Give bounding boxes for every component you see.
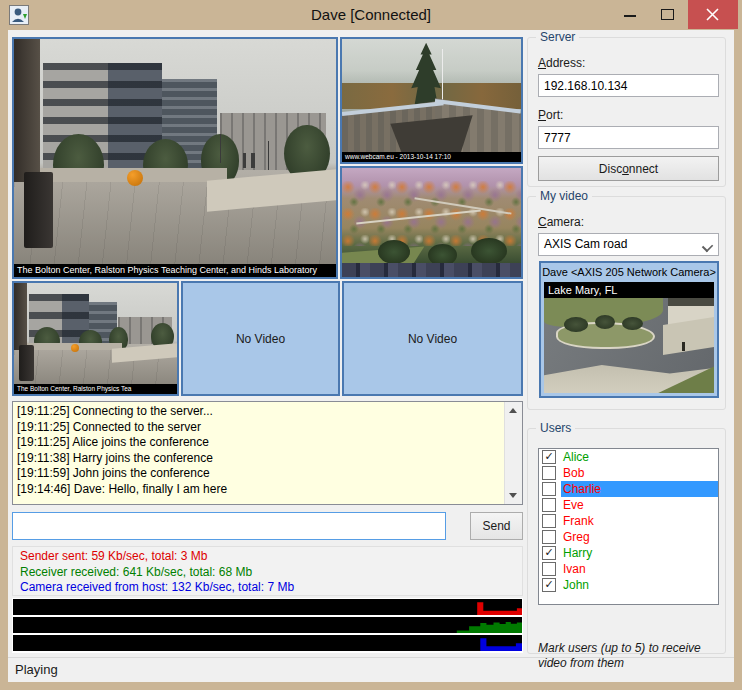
remote-video-rooftop: www.webcam.eu - 2013-10-14 17:10 [342,39,521,162]
user-row[interactable]: Ivan [539,561,718,577]
user-row[interactable]: Frank [539,513,718,529]
chat-message: [19:11:59] John joins the conference [17,466,502,482]
self-video-title: Dave <AXIS 205 Network Camera> [541,263,717,282]
my-video-group: My video Camera: AXIS Cam road Dave <AXI… [527,196,726,410]
chat-message: [19:11:38] Harry joins the conference [17,451,502,467]
user-name[interactable]: John [561,577,718,593]
chevron-down-icon [702,241,713,252]
arrow-up-icon [509,408,517,413]
checkbox-checked-icon[interactable]: ✓ [542,546,556,560]
stat-line: Camera received from host: 132 Kb/sec, t… [20,580,522,596]
video-cell-bottom-left[interactable]: The Bolton Center, Ralston Physics Tea [12,281,179,396]
client-area: The Bolton Center, Ralston Physics Teach… [8,30,734,682]
user-name[interactable]: Eve [561,497,718,513]
minimize-button[interactable] [613,0,648,29]
close-button[interactable] [688,0,738,29]
chat-message: [19:11:25] Alice joins the conference [17,435,502,451]
video-cell-top-right[interactable]: www.webcam.eu - 2013-10-14 17:10 [340,37,523,164]
stats-panel: Sender sent: 59 Kb/sec, total: 3 MbRecei… [12,546,523,596]
port-label: Port: [538,108,563,122]
chat-message: [19:14:46] Dave: Hello, finally I am her… [17,482,502,498]
user-row[interactable]: Bob [539,465,718,481]
chat-messages: [19:11:25] Connecting to the server...[1… [17,404,502,502]
server-group: Server Address: Port: Disconnect [527,37,726,187]
video-caption-rooftop: www.webcam.eu - 2013-10-14 17:10 [342,152,521,162]
no-video-label: No Video [408,332,457,346]
minimize-icon [624,15,636,17]
title-bar[interactable]: Dave [Connected] [0,0,742,30]
user-name[interactable]: Frank [561,513,718,529]
scroll-up-button[interactable] [505,402,522,419]
camera-label: Camera: [538,215,584,229]
no-video-label: No Video [236,332,285,346]
bandwidth-graphs [12,598,523,653]
address-input[interactable] [538,74,719,97]
camera-overlay-text: Lake Mary, FL [544,282,714,298]
disconnect-button[interactable]: Disconnect [538,156,719,181]
disconnect-button-label: Disconnect [599,162,658,176]
user-row[interactable]: ✓Harry [539,545,718,561]
checkbox-unchecked-icon[interactable] [542,466,556,480]
user-name[interactable]: Bob [561,465,718,481]
users-note: Mark users (up to 5) to receive video fr… [538,641,720,671]
checkbox-unchecked-icon[interactable] [542,562,556,576]
camera-received-graph [13,635,522,651]
user-name[interactable]: Harry [561,545,718,561]
server-group-title: Server [536,30,579,44]
maximize-button[interactable] [650,0,685,29]
arrow-down-icon [509,493,517,498]
user-row[interactable]: Eve [539,497,718,513]
self-video-scene [544,298,714,393]
address-label: Address: [538,56,585,70]
send-button-label: Send [482,519,510,533]
remote-video-small: The Bolton Center, Ralston Physics Tea [14,283,177,394]
checkbox-unchecked-icon[interactable] [542,514,556,528]
self-video-frame: Lake Mary, FL [544,282,714,393]
stat-line: Sender sent: 59 Kb/sec, total: 3 Mb [20,549,522,565]
status-text: Playing [15,662,58,677]
checkbox-unchecked-icon[interactable] [542,498,556,512]
video-cell-empty-1[interactable]: No Video [181,281,340,396]
chat-scrollbar[interactable] [504,402,522,504]
user-row[interactable]: Charlie [539,481,718,497]
chat-message: [19:11:25] Connecting to the server... [17,404,502,420]
remote-video-main: The Bolton Center, Ralston Physics Teach… [14,39,336,277]
sender-sent-graph [13,599,522,615]
user-name[interactable]: Ivan [561,561,718,577]
send-button[interactable]: Send [470,512,523,540]
receiver-received-graph [13,617,522,633]
maximize-icon [661,9,674,20]
user-name[interactable]: Charlie [561,481,718,497]
message-input[interactable] [12,512,446,540]
port-input[interactable] [538,126,719,149]
users-list[interactable]: ✓AliceBobCharlieEveFrankGreg✓HarryIvan✓J… [538,448,719,605]
video-cell-mid-right[interactable] [340,166,523,279]
checkbox-unchecked-icon[interactable] [542,482,556,496]
checkbox-checked-icon[interactable]: ✓ [542,450,556,464]
my-video-group-title: My video [536,189,592,203]
chat-message: [19:11:25] Connected to the server [17,420,502,436]
video-cell-main[interactable]: The Bolton Center, Ralston Physics Teach… [12,37,338,279]
scroll-down-button[interactable] [505,487,522,504]
video-caption-main: The Bolton Center, Ralston Physics Teach… [14,264,336,277]
user-name[interactable]: Greg [561,529,718,545]
remote-video-aerial [342,168,521,277]
camera-dropdown[interactable]: AXIS Cam road [538,233,719,256]
user-row[interactable]: ✓John [539,577,718,593]
self-video-preview: Dave <AXIS 205 Network Camera> Lake Mary… [539,261,719,398]
checkbox-unchecked-icon[interactable] [542,530,556,544]
user-name[interactable]: Alice [561,449,718,465]
close-icon [706,8,719,21]
camera-dropdown-value: AXIS Cam road [544,237,627,251]
users-group: Users ✓AliceBobCharlieEveFrankGreg✓Harry… [527,428,726,654]
user-row[interactable]: Greg [539,529,718,545]
video-caption-small: The Bolton Center, Ralston Physics Tea [14,384,177,394]
chat-log[interactable]: [19:11:25] Connecting to the server...[1… [12,401,523,505]
checkbox-checked-icon[interactable]: ✓ [542,578,556,592]
app-window: Dave [Connected] [0,0,742,690]
users-group-title: Users [536,421,575,435]
stat-line: Receiver received: 641 Kb/sec, total: 68… [20,565,522,581]
user-row[interactable]: ✓Alice [539,449,718,465]
video-cell-empty-2[interactable]: No Video [342,281,523,396]
